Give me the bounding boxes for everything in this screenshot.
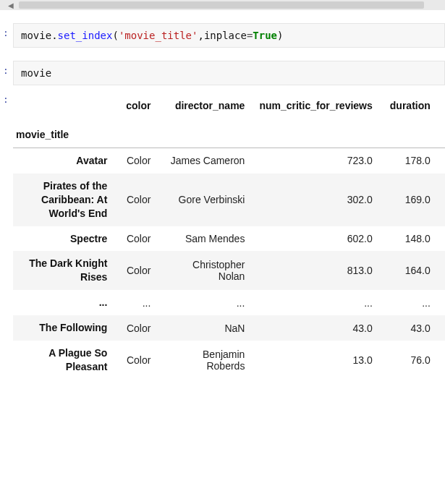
row-index: Avatar xyxy=(13,148,114,174)
row-index: The Following xyxy=(13,315,114,341)
cell-num_critic_for_reviews: ... xyxy=(252,290,379,315)
scrollbar-thumb[interactable] xyxy=(19,1,424,9)
index-name: movie_title xyxy=(13,117,114,148)
cell-num_critic_for_reviews: 43.0 xyxy=(252,315,379,341)
code-token-method: set_index xyxy=(58,30,113,41)
row-index: Pirates of the Caribbean: At World's End xyxy=(13,174,114,226)
cell-director_name: Gore Verbinski xyxy=(158,174,252,226)
cell-duration: 148.0 xyxy=(380,226,438,252)
input-prompt: : xyxy=(3,27,9,38)
cell-color: Color xyxy=(114,148,158,174)
code-cell-2[interactable]: movie xyxy=(13,61,445,85)
table-body: AvatarColorJames Cameron723.0178.0Pirate… xyxy=(13,148,445,380)
cell-num_critic_for_reviews: 813.0 xyxy=(252,251,379,290)
row-index: The Dark Knight Rises xyxy=(13,251,114,290)
output-cell: : color director_name num_critic_for_rev… xyxy=(0,94,445,380)
horizontal-scrollbar[interactable]: ◀ xyxy=(0,0,445,10)
cell-color: Color xyxy=(114,251,158,290)
cell-truncated xyxy=(438,315,445,341)
code-token-string: 'movie_title' xyxy=(119,30,198,41)
table-row: Pirates of the Caribbean: At World's End… xyxy=(13,174,445,226)
code-token: ,inplace xyxy=(198,30,246,41)
cell-color: ... xyxy=(114,290,158,315)
table-row: AvatarColorJames Cameron723.0178.0 xyxy=(13,148,445,174)
cell-duration: 76.0 xyxy=(380,341,438,380)
cell-director_name: ... xyxy=(158,290,252,315)
table-row: SpectreColorSam Mendes602.0148.0 xyxy=(13,226,445,252)
output-prompt: : xyxy=(3,94,9,105)
cell-color: Color xyxy=(114,315,158,341)
dataframe-table: color director_name num_critic_for_revie… xyxy=(13,94,445,380)
row-index: Spectre xyxy=(13,226,114,252)
table-row: The FollowingColorNaN43.043.0 xyxy=(13,315,445,341)
code-token-bool: True xyxy=(253,30,277,41)
cell-director_name: Sam Mendes xyxy=(158,226,252,252)
input-cell-1[interactable]: : movie.set_index('movie_title',inplace=… xyxy=(0,23,445,48)
cell-director_name: Christopher Nolan xyxy=(158,251,252,290)
cell-num_critic_for_reviews: 302.0 xyxy=(252,174,379,226)
table-header-row: color director_name num_critic_for_revie… xyxy=(13,94,445,117)
code-cell-1[interactable]: movie.set_index('movie_title',inplace=Tr… xyxy=(13,23,445,48)
cell-director_name: James Cameron xyxy=(158,148,252,174)
cell-duration: 43.0 xyxy=(380,315,438,341)
table-row: ............... xyxy=(13,290,445,315)
cell-duration: 164.0 xyxy=(380,251,438,290)
cell-duration: 169.0 xyxy=(380,174,438,226)
code-token: ) xyxy=(277,30,283,41)
cell-color: Color xyxy=(114,226,158,252)
col-header-num_critic_for_reviews: num_critic_for_reviews xyxy=(252,94,379,117)
cell-num_critic_for_reviews: 13.0 xyxy=(252,341,379,380)
input-cell-2[interactable]: : movie xyxy=(0,61,445,85)
cell-director_name: Benjamin Roberds xyxy=(158,341,252,380)
cell-truncated xyxy=(438,341,445,380)
cell-truncated xyxy=(438,251,445,290)
input-prompt: : xyxy=(3,65,9,76)
cell-num_critic_for_reviews: 723.0 xyxy=(252,148,379,174)
cell-color: Color xyxy=(114,341,158,380)
col-header-duration: duration xyxy=(380,94,438,117)
notebook-viewport: ◀ : movie.set_index('movie_title',inplac… xyxy=(0,0,445,380)
row-index: A Plague So Pleasant xyxy=(13,341,114,380)
cell-truncated xyxy=(438,290,445,315)
code-token: movie xyxy=(21,67,51,79)
index-name-row: movie_title xyxy=(13,117,445,148)
col-header-director_name: director_name xyxy=(158,94,252,117)
cell-color: Color xyxy=(114,174,158,226)
table-row: The Dark Knight RisesColorChristopher No… xyxy=(13,251,445,290)
col-header-dir-truncated: dir xyxy=(438,94,445,117)
code-token: movie. xyxy=(21,30,58,41)
col-header-color: color xyxy=(114,94,158,117)
cell-truncated xyxy=(438,226,445,252)
cell-truncated xyxy=(438,174,445,226)
row-index: ... xyxy=(13,290,114,315)
table-row: A Plague So PleasantColorBenjamin Roberd… xyxy=(13,341,445,380)
cell-duration: ... xyxy=(380,290,438,315)
scroll-left-arrow-icon[interactable]: ◀ xyxy=(6,0,16,10)
cell-duration: 178.0 xyxy=(380,148,438,174)
cell-num_critic_for_reviews: 602.0 xyxy=(252,226,379,252)
cell-director_name: NaN xyxy=(158,315,252,341)
cell-truncated xyxy=(438,148,445,174)
code-token: ( xyxy=(112,30,118,41)
